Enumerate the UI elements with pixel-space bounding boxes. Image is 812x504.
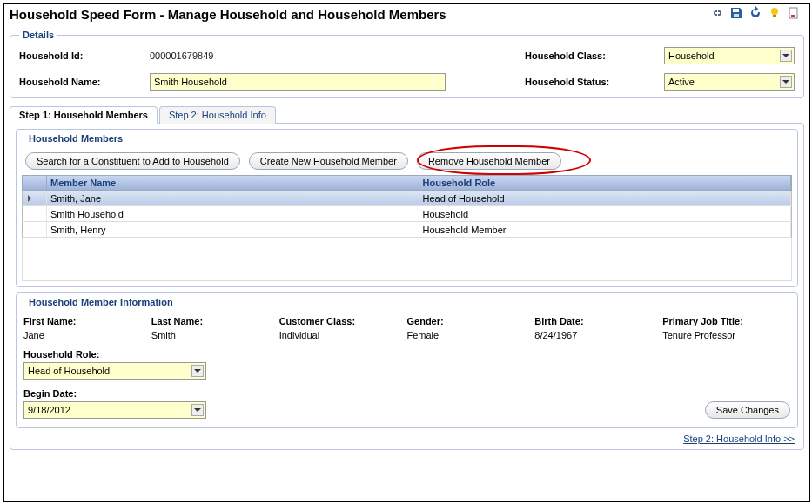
svg-rect-5 [791,15,795,17]
primary-job-value: Tenure Professor [662,330,790,340]
chevron-down-icon [780,50,792,62]
refresh-icon[interactable] [748,6,762,22]
search-constituent-button[interactable]: Search for a Constituent to Add to House… [25,152,240,170]
household-class-select[interactable]: Household [664,47,795,64]
cell-household-role: Head of Household [419,191,792,205]
household-class-select-value: Household [668,50,715,61]
details-legend: Details [19,30,57,40]
chevron-down-icon [191,404,204,416]
member-buttons: Search for a Constituent to Add to House… [25,152,792,170]
row-caret-icon [23,191,47,205]
tab-step1[interactable]: Step 1: Household Members [10,106,158,124]
cell-member-name: Smith Household [47,206,419,221]
customer-class-value: Individual [279,330,407,340]
gender-value: Female [406,330,534,340]
row-handle-header [23,176,47,190]
table-row[interactable]: Smith Household Household [22,206,792,222]
svg-point-2 [771,8,778,15]
bulb-icon[interactable] [768,6,782,22]
members-legend: Household Members [25,133,126,144]
primary-job-label: Primary Job Title: [662,316,790,326]
step2-link[interactable]: Step 2: Household Info >> [683,433,795,444]
member-info-fieldset: Household Member Information First Name:… [16,292,798,428]
household-class-label: Household Class: [525,50,664,61]
link-icon[interactable] [710,6,724,22]
begin-date-input-value: 9/18/2012 [28,405,70,415]
table-row[interactable]: Smith, Henry Household Member [22,222,792,238]
save-icon[interactable] [729,6,743,22]
remove-member-button[interactable]: Remove Household Member [417,152,561,170]
first-name-value: Jane [23,330,151,340]
first-name-label: First Name: [23,316,151,326]
row-handle [23,206,47,221]
svg-rect-0 [733,9,739,12]
create-member-button[interactable]: Create New Household Member [249,152,408,170]
gender-label: Gender: [406,316,534,326]
save-changes-button[interactable]: Save Changes [705,401,790,419]
birth-date-label: Birth Date: [534,316,662,326]
doc-icon[interactable] [787,6,801,22]
row-handle [23,222,47,237]
details-fieldset: Details Household Id: 000001679849 House… [10,30,804,98]
cell-household-role: Household [419,206,792,221]
household-name-input[interactable]: Smith Household [150,73,446,91]
members-grid-header: Member Name Household Role [22,175,792,191]
tab-strip: Step 1: Household Members Step 2: Househ… [10,105,804,123]
cell-household-role: Household Member [419,222,792,237]
last-name-value: Smith [151,330,279,340]
chevron-down-icon [780,76,792,88]
col-member-name[interactable]: Member Name [47,176,419,190]
cell-member-name: Smith, Jane [47,191,419,205]
household-status-select-value: Active [668,77,695,87]
household-id-label: Household Id: [19,50,150,61]
household-role-label: Household Role: [23,349,790,360]
last-name-label: Last Name: [151,316,279,326]
household-name-label: Household Name: [19,77,150,87]
page-title: Household Speed Form - Manage Household … [10,7,446,22]
customer-class-label: Customer Class: [279,316,407,326]
toolbar-icons [710,6,804,22]
col-household-role[interactable]: Household Role [419,176,792,190]
svg-rect-1 [734,14,739,17]
footer-next-link-row: Step 2: Household Info >> [16,433,795,444]
household-name-input-value: Smith Household [154,77,227,87]
household-role-select-value: Head of Household [28,366,110,376]
svg-rect-3 [773,15,776,17]
cell-member-name: Smith, Henry [47,222,419,237]
tab-step2[interactable]: Step 2: Household Info [159,106,276,124]
tab-body: Household Members Search for a Constitue… [10,123,804,450]
household-id-value: 000001679849 [150,50,446,61]
grid-empty-area [22,238,792,281]
household-status-select[interactable]: Active [664,73,795,91]
table-row[interactable]: Smith, Jane Head of Household [22,191,792,206]
chevron-down-icon [191,365,204,377]
begin-date-label: Begin Date: [23,388,790,399]
members-fieldset: Household Members Search for a Constitue… [16,129,798,287]
household-status-label: Household Status: [525,77,664,87]
title-bar: Household Speed Form - Manage Household … [10,6,804,24]
begin-date-input[interactable]: 9/18/2012 [23,401,206,419]
window: Household Speed Form - Manage Household … [3,3,810,502]
member-info-legend: Household Member Information [25,297,177,307]
household-role-select[interactable]: Head of Household [23,362,206,380]
birth-date-value: 8/24/1967 [534,330,662,340]
